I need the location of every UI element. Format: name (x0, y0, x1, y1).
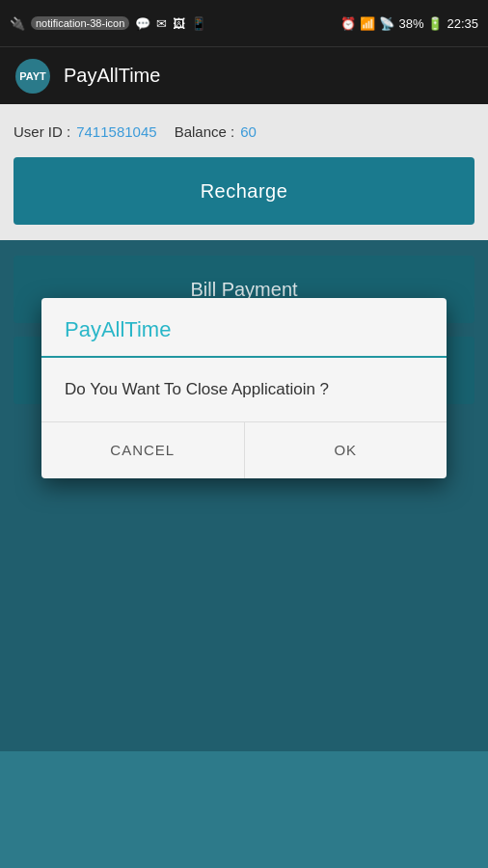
confirmation-dialog: PayAllTime Do You Want To Close Applicat… (41, 298, 447, 478)
app-title: PayAllTime (64, 65, 160, 87)
balance-label: Balance : (175, 123, 235, 140)
signal-icon: 📡 (379, 16, 394, 31)
dialog-overlay: PayAllTime Do You Want To Close Applicat… (0, 240, 488, 751)
usb-icon: 🔌 (10, 16, 25, 31)
user-id-label: User ID : (14, 123, 70, 140)
logo-text: PAYT (19, 70, 46, 82)
cancel-button[interactable]: CANCEL (41, 422, 245, 478)
sms-icon: 💬 (135, 16, 150, 31)
user-info-row: User ID : 7411581045 Balance : 60 (14, 120, 474, 144)
app-logo: PAYT (15, 59, 50, 94)
recharge-button[interactable]: Recharge (14, 157, 474, 225)
user-id-value: 7411581045 (76, 123, 156, 140)
status-left-icons: 🔌 notification-38-icon 💬 ✉ 🖼 📱 (10, 16, 206, 31)
whatsapp-icon: 📱 (191, 16, 206, 31)
dialog-body: Do You Want To Close Applicatioin ? (41, 358, 447, 421)
alarm-icon: ⏰ (340, 16, 356, 31)
battery-percent: 38% (398, 16, 423, 31)
background-area: Bill Payment PayAllTime Do You Want To C… (0, 240, 488, 751)
status-right-icons: ⏰ 📶 📡 38% 🔋 22:35 (340, 16, 478, 31)
balance-value: 60 (240, 123, 257, 140)
ok-button[interactable]: OK (245, 422, 447, 478)
dialog-header: PayAllTime (41, 298, 447, 358)
battery-icon: 🔋 (427, 16, 443, 31)
mail-icon: ✉ (156, 16, 167, 31)
dialog-actions: CANCEL OK (41, 421, 447, 478)
dialog-message: Do You Want To Close Applicatioin ? (65, 380, 329, 398)
dialog-title: PayAllTime (65, 317, 171, 341)
main-content-area: User ID : 7411581045 Balance : 60 Rechar… (0, 104, 488, 240)
app-bar: PAYT PayAllTime (0, 46, 488, 104)
notification-badge: notification-38-icon (31, 16, 129, 30)
clock: 22:35 (447, 16, 478, 31)
wifi-icon: 📶 (360, 16, 375, 31)
image-icon: 🖼 (173, 16, 185, 31)
status-bar: 🔌 notification-38-icon 💬 ✉ 🖼 📱 ⏰ 📶 📡 38%… (0, 0, 488, 46)
